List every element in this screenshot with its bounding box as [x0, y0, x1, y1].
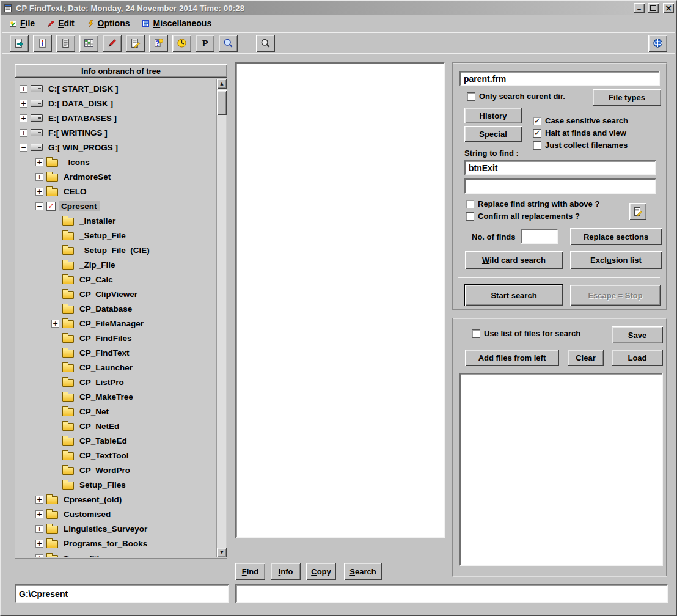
- tree-item-label[interactable]: CP_WordPro: [77, 465, 133, 475]
- tree-item-label[interactable]: Setup_Files: [77, 480, 128, 490]
- tree-item[interactable]: _Zip_File: [16, 257, 216, 272]
- tree-item-label[interactable]: D:[ DATA_DISK ]: [46, 98, 115, 109]
- tree-item-label[interactable]: CELO: [61, 186, 89, 197]
- expand-icon[interactable]: +: [20, 100, 27, 108]
- edit-page-button[interactable]: [126, 35, 145, 52]
- tree-item[interactable]: _Installer: [16, 213, 216, 228]
- tree-scrollbar[interactable]: [216, 79, 226, 557]
- tree-item[interactable]: CP_TableEd: [16, 433, 216, 448]
- tree-item[interactable]: _Setup_File_(CIE): [16, 243, 216, 257]
- tree-item[interactable]: +Customised: [16, 507, 216, 521]
- scroll-down-icon[interactable]: [217, 548, 227, 557]
- special-button[interactable]: Special: [464, 126, 522, 142]
- case-sensitive-checkbox[interactable]: Case sensitive search: [533, 116, 628, 125]
- replace-string-input[interactable]: [464, 178, 656, 194]
- menu-file[interactable]: File: [6, 17, 40, 29]
- load-button[interactable]: Load: [612, 350, 663, 366]
- tree-item[interactable]: CP_TextTool: [16, 448, 216, 463]
- just-collect-checkbox[interactable]: Just collect filenames: [533, 141, 628, 150]
- checkbox-box[interactable]: [466, 212, 474, 221]
- tree-item-label[interactable]: CP_Calc: [77, 274, 115, 285]
- tree-item-label[interactable]: G:[ WIN_PROGS ]: [46, 142, 120, 153]
- tree-item-label[interactable]: CP_ListPro: [77, 377, 126, 387]
- replace-options-button[interactable]: [629, 203, 646, 220]
- save-button[interactable]: Save: [612, 326, 663, 343]
- tree-item[interactable]: +C:[ START_DISK ]: [16, 81, 216, 96]
- tree-item[interactable]: +E:[ DATABASES ]: [16, 111, 216, 125]
- tree-item-label[interactable]: CP_MakeTree: [77, 392, 136, 402]
- tree-item-label[interactable]: Cpresent_(old): [61, 494, 124, 505]
- menu-edit[interactable]: Edit: [44, 17, 79, 29]
- clear-button[interactable]: Clear: [568, 350, 604, 366]
- tree-item-label[interactable]: CP_FindText: [77, 348, 132, 358]
- exclusion-list-button[interactable]: Exclusion list: [570, 251, 662, 269]
- copy-button[interactable]: Copy: [306, 563, 336, 580]
- tree-item[interactable]: Setup_Files: [16, 477, 216, 492]
- collapse-icon[interactable]: −: [20, 144, 27, 152]
- tree-item-label[interactable]: C:[ START_DISK ]: [46, 84, 121, 94]
- collapse-icon[interactable]: −: [35, 202, 43, 210]
- checkbox-box[interactable]: [533, 117, 541, 125]
- checkbox-box[interactable]: [533, 129, 541, 138]
- tree-item-label[interactable]: CP_Net: [77, 406, 111, 417]
- expand-icon[interactable]: +: [35, 158, 43, 166]
- find-button[interactable]: Find: [235, 563, 265, 580]
- replace-find-string-checkbox[interactable]: Replace find string with above ?: [466, 199, 599, 208]
- tree-item[interactable]: CP_FindText: [16, 345, 216, 360]
- tree-item[interactable]: +D:[ DATA_DISK ]: [16, 96, 216, 111]
- tree-item[interactable]: CP_ClipViewer: [16, 287, 216, 301]
- tree-item-label[interactable]: CP_Launcher: [77, 362, 135, 373]
- search-button-bottom[interactable]: Search: [344, 563, 382, 580]
- tree-item-label[interactable]: CP_FileManager: [77, 318, 146, 329]
- tree-item-label[interactable]: Linguistics_Surveyor: [61, 524, 150, 534]
- tree-item[interactable]: −G:[ WIN_PROGS ]: [16, 140, 216, 155]
- expand-icon[interactable]: +: [20, 129, 27, 137]
- info-button-bottom[interactable]: Info: [271, 563, 301, 580]
- tree-item[interactable]: +Cpresent_(old): [16, 492, 216, 507]
- tree-item[interactable]: CP_Calc: [16, 272, 216, 287]
- tree-item[interactable]: +Temp_Files: [16, 551, 216, 557]
- tree-item[interactable]: +CP_FileManager: [16, 316, 216, 331]
- tree-item-label[interactable]: CP_Database: [77, 304, 134, 314]
- tree-item[interactable]: +CELO: [16, 184, 216, 199]
- maximize-button[interactable]: [648, 3, 659, 13]
- tree-item-label[interactable]: Temp_Files: [61, 553, 111, 558]
- replace-sections-button[interactable]: Replace sections: [570, 228, 662, 245]
- print-button[interactable]: P: [196, 35, 214, 52]
- tree-item[interactable]: CP_Database: [16, 301, 216, 316]
- file-listbox[interactable]: [459, 373, 663, 566]
- checkbox-box[interactable]: [533, 141, 541, 150]
- expand-icon[interactable]: +: [35, 540, 43, 548]
- current-path-field[interactable]: [15, 584, 229, 603]
- tree-item[interactable]: CP_WordPro: [16, 463, 216, 477]
- tree-item[interactable]: CP_NetEd: [16, 419, 216, 433]
- escape-stop-button[interactable]: Escape = Stop: [570, 285, 661, 306]
- use-list-of-files-checkbox[interactable]: Use list of files for search: [472, 329, 580, 338]
- expand-icon[interactable]: +: [35, 554, 43, 558]
- tree-item-label[interactable]: _Icons: [61, 157, 92, 167]
- expand-icon[interactable]: +: [35, 173, 43, 181]
- menu-miscellaneous[interactable]: Miscellaneous: [139, 17, 217, 29]
- tree-item-label[interactable]: _Installer: [77, 216, 118, 226]
- scrollbar-thumb[interactable]: [217, 90, 227, 115]
- info-button[interactable]: i: [33, 35, 52, 52]
- search-button-toolbar[interactable]: [256, 35, 275, 52]
- tree-item[interactable]: −✓Cpresent: [16, 199, 216, 213]
- halt-at-finds-checkbox[interactable]: Halt at finds and view: [533, 128, 626, 138]
- expand-icon[interactable]: +: [20, 85, 27, 93]
- add-files-from-left-button[interactable]: Add files from left: [465, 350, 559, 366]
- clock-button[interactable]: [172, 35, 191, 52]
- tree-item-label[interactable]: CP_TextTool: [77, 450, 131, 461]
- tree-item[interactable]: +Programs_for_Books: [16, 536, 216, 551]
- tree-item[interactable]: CP_ListPro: [16, 375, 216, 389]
- checkbox-box[interactable]: [467, 92, 475, 101]
- tree-item[interactable]: CP_MakeTree: [16, 389, 216, 404]
- only-search-current-checkbox[interactable]: Only search curent dir.: [467, 92, 565, 101]
- no-of-finds-input[interactable]: [521, 229, 558, 244]
- expand-icon[interactable]: +: [35, 496, 43, 504]
- document-button[interactable]: [56, 35, 75, 52]
- tree-item[interactable]: +_Icons: [16, 155, 216, 169]
- history-button[interactable]: History: [464, 108, 522, 123]
- tree-item[interactable]: CP_Net: [16, 404, 216, 419]
- grid-button[interactable]: [79, 35, 98, 52]
